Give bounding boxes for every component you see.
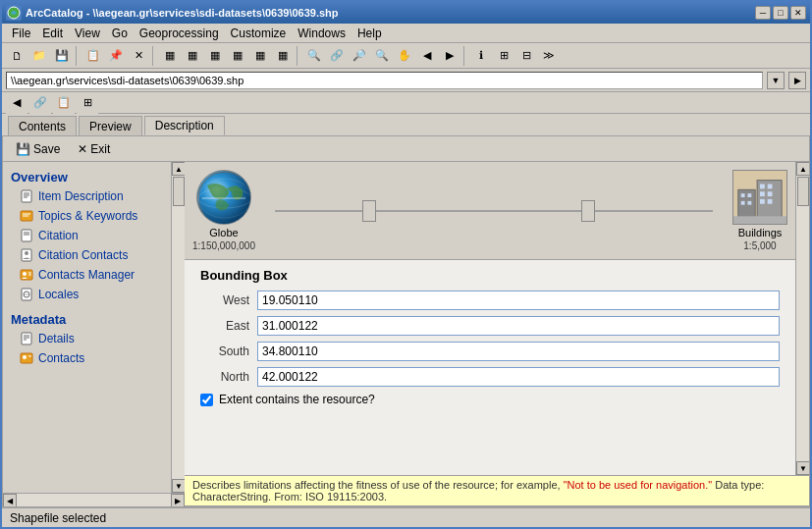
toolbar-btn-save[interactable]: 💾 <box>51 45 73 67</box>
toolbar-btn-copy[interactable]: 📋 <box>82 45 104 67</box>
svg-rect-33 <box>741 193 745 197</box>
maximize-button[interactable]: □ <box>773 6 788 20</box>
address-input[interactable] <box>6 72 763 89</box>
svg-point-14 <box>23 272 27 276</box>
sidebar-hscroll-track <box>17 494 171 506</box>
toolbar-btn-a6[interactable]: ▦ <box>272 45 294 67</box>
sidebar-scroll-thumb[interactable] <box>173 177 185 206</box>
scale-slider-thumb-right[interactable] <box>581 200 595 222</box>
buildings-image <box>732 170 787 225</box>
sub-toolbar-btn-1[interactable]: ◀ <box>6 92 27 114</box>
south-input[interactable] <box>257 342 780 361</box>
menu-go[interactable]: Go <box>106 26 134 41</box>
toolbar-btn-zoom-out[interactable]: 🔍 <box>371 45 393 67</box>
sidebar-item-label: Contacts <box>38 351 84 365</box>
toolbar-btn-back[interactable]: ◀ <box>416 45 438 67</box>
sidebar-item-locales[interactable]: Locales <box>3 285 171 304</box>
tab-content-area: 💾 Save ✕ Exit Overview <box>2 135 810 507</box>
toolbar-btn-a4[interactable]: ▦ <box>227 45 248 67</box>
sidebar-scroll-down[interactable]: ▼ <box>172 479 185 493</box>
sidebar-item-topics-keywords[interactable]: Topics & Keywords <box>3 206 171 226</box>
sidebar-hscroll-left[interactable]: ◀ <box>3 494 17 506</box>
menu-view[interactable]: View <box>69 26 106 41</box>
toolbar-btn-info[interactable]: ℹ <box>470 45 492 67</box>
action-bar: 💾 Save ✕ Exit <box>3 136 809 162</box>
toolbar-btn-chevron[interactable]: ≫ <box>538 45 560 67</box>
sidebar-scrollbar[interactable]: ▲ ▼ <box>171 162 185 493</box>
exit-label: Exit <box>90 142 110 156</box>
toolbar-btn-open[interactable]: 📁 <box>28 45 50 67</box>
address-dropdown-button[interactable]: ▼ <box>767 72 785 89</box>
sub-toolbar-btn-4[interactable]: ⊞ <box>77 92 98 114</box>
bounding-box-title: Bounding Box <box>200 268 780 283</box>
toolbar-btn-a3[interactable]: ▦ <box>204 45 226 67</box>
right-panel-scrollbar: ▲ ▼ <box>795 162 809 475</box>
contacts-manager-icon <box>19 267 34 283</box>
sidebar-hscroll: ◀ ▶ <box>3 493 185 506</box>
menu-edit[interactable]: Edit <box>36 26 69 41</box>
sidebar-item-details[interactable]: Details <box>3 329 171 348</box>
sidebar-item-label: Locales <box>38 288 79 301</box>
toolbar-btn-connect[interactable]: 🔗 <box>326 45 348 67</box>
toolbar-btn-a5[interactable]: ▦ <box>249 45 271 67</box>
close-button[interactable]: ✕ <box>790 6 806 20</box>
exit-button[interactable]: ✕ Exit <box>71 139 117 159</box>
sidebar-item-citation[interactable]: Citation <box>3 226 171 245</box>
scale-slider-container <box>265 210 723 212</box>
app-icon <box>6 5 22 21</box>
save-button[interactable]: 💾 Save <box>9 139 67 159</box>
svg-rect-40 <box>768 191 773 196</box>
toolbar-btn-delete[interactable]: ✕ <box>128 45 149 67</box>
sidebar-item-citation-contacts[interactable]: Citation Contacts <box>3 245 171 265</box>
menu-windows[interactable]: Windows <box>292 26 352 41</box>
sub-toolbar-btn-2[interactable]: 🔗 <box>29 92 51 114</box>
extent-checkbox[interactable] <box>200 394 213 406</box>
west-input[interactable] <box>257 291 780 310</box>
svg-rect-24 <box>21 353 32 363</box>
sidebar-item-contacts[interactable]: Contacts <box>3 348 171 368</box>
east-input[interactable] <box>257 316 780 336</box>
sidebar-hscroll-right[interactable]: ▶ <box>171 494 185 506</box>
sidebar-scroll-up[interactable]: ▲ <box>172 162 185 176</box>
right-scroll-thumb[interactable] <box>797 177 809 206</box>
toolbar-btn-paste[interactable]: 📌 <box>105 45 127 67</box>
toolbar-btn-forward[interactable]: ▶ <box>439 45 460 67</box>
exit-icon: ✕ <box>78 142 87 156</box>
minimize-button[interactable]: ─ <box>755 6 771 20</box>
toolbar-btn-pan[interactable]: ✋ <box>394 45 415 67</box>
sub-toolbar-btn-3[interactable]: 📋 <box>53 92 75 114</box>
address-go-button[interactable]: ▶ <box>788 72 806 89</box>
toolbar-btn-new[interactable]: 🗋 <box>6 45 27 67</box>
toolbar-btn-zoom-in[interactable]: 🔎 <box>349 45 370 67</box>
citation-contacts-icon <box>19 247 34 263</box>
sidebar-item-item-description[interactable]: Item Description <box>3 186 171 206</box>
scale-slider-thumb-left[interactable] <box>362 200 376 222</box>
svg-rect-20 <box>22 333 31 344</box>
toolbar-btn-expand[interactable]: ⊟ <box>515 45 537 67</box>
extent-checkbox-row: Extent contains the resource? <box>200 393 780 406</box>
north-input[interactable] <box>257 367 780 387</box>
tab-contents[interactable]: Contents <box>8 116 77 135</box>
globe-image-container: Globe 1:150,000,000 <box>192 170 255 251</box>
toolbar-btn-a2[interactable]: ▦ <box>182 45 203 67</box>
sub-toolbar: ◀ 🔗 📋 ⊞ <box>2 92 810 114</box>
sidebar-with-scroll: Overview Item Description Topics & Ke <box>3 162 185 493</box>
right-scroll-down[interactable]: ▼ <box>796 461 809 475</box>
menu-help[interactable]: Help <box>352 26 388 41</box>
menu-bar: File Edit View Go Geoprocessing Customiz… <box>2 24 810 43</box>
svg-rect-8 <box>22 230 31 241</box>
menu-customize[interactable]: Customize <box>225 26 293 41</box>
tab-preview[interactable]: Preview <box>79 116 142 135</box>
toolbar-btn-search[interactable]: 🔍 <box>303 45 325 67</box>
locales-icon <box>19 287 34 302</box>
menu-file[interactable]: File <box>6 26 36 41</box>
toolbar-btn-a1[interactable]: ▦ <box>159 45 181 67</box>
metadata-title: Metadata <box>3 308 171 329</box>
right-scroll-up[interactable]: ▲ <box>796 162 809 176</box>
sidebar-item-contacts-manager[interactable]: Contacts Manager <box>3 265 171 285</box>
window-title: ArcCatalog - \\aegean.gr\services\sdi-da… <box>26 7 339 19</box>
tab-description[interactable]: Description <box>144 116 225 135</box>
menu-geoprocessing[interactable]: Geoprocessing <box>134 26 225 41</box>
main-window: ArcCatalog - \\aegean.gr\services\sdi-da… <box>0 0 812 529</box>
toolbar-btn-grid[interactable]: ⊞ <box>493 45 514 67</box>
